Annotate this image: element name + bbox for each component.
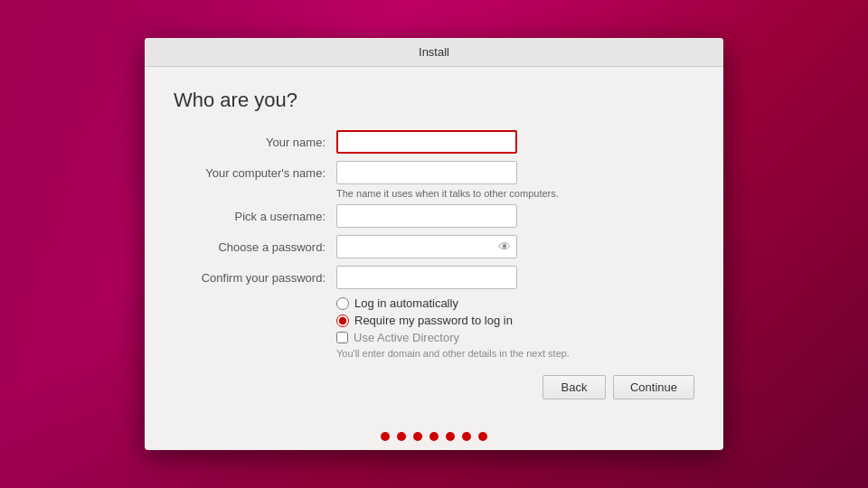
active-directory-checkbox[interactable] — [336, 332, 348, 343]
active-directory-row: Use Active Directory — [336, 331, 694, 344]
require-password-radio[interactable] — [336, 314, 349, 327]
log-in-auto-row: Log in automatically — [336, 296, 694, 310]
log-in-auto-label[interactable]: Log in automatically — [354, 296, 458, 310]
dot-3 — [413, 432, 422, 441]
dot-4 — [429, 432, 439, 441]
require-password-label[interactable]: Require my password to log in — [354, 314, 513, 327]
button-row: Back Continue — [174, 375, 694, 399]
show-password-icon[interactable]: 👁 — [497, 239, 512, 254]
dot-5 — [446, 432, 455, 441]
dot-1 — [381, 432, 390, 441]
require-password-row: Require my password to log in — [336, 314, 694, 327]
dot-2 — [397, 432, 406, 441]
computer-name-input[interactable] — [336, 161, 517, 184]
password-input[interactable] — [336, 235, 517, 258]
dot-6 — [462, 432, 471, 441]
continue-button[interactable]: Continue — [613, 375, 694, 399]
form: Your name: Your computer's name: The nam… — [174, 130, 694, 359]
computer-name-hint: The name it uses when it talks to other … — [336, 188, 694, 199]
username-input[interactable] — [336, 204, 517, 228]
your-name-input[interactable] — [336, 130, 517, 154]
username-label: Pick a username: — [174, 210, 336, 223]
your-name-row: Your name: — [174, 130, 694, 154]
computer-name-row: Your computer's name: — [174, 161, 694, 184]
window-title: Install — [419, 45, 449, 59]
dot-7 — [478, 432, 487, 441]
confirm-password-input[interactable] — [336, 266, 517, 289]
password-row: Choose a password: 👁 — [174, 235, 694, 258]
confirm-password-row: Confirm your password: — [174, 266, 694, 289]
password-wrapper: 👁 — [336, 235, 517, 258]
back-button[interactable]: Back — [542, 375, 606, 399]
confirm-password-label: Confirm your password: — [174, 271, 336, 285]
progress-dots — [145, 418, 723, 450]
computer-name-label: Your computer's name: — [174, 166, 336, 180]
password-label: Choose a password: — [174, 240, 336, 254]
username-row: Pick a username: — [174, 204, 694, 228]
content-area: Who are you? Your name: Your computer's … — [145, 67, 723, 418]
active-directory-hint: You'll enter domain and other details in… — [336, 348, 694, 359]
titlebar: Install — [145, 38, 723, 67]
log-in-auto-radio[interactable] — [336, 297, 349, 310]
install-window: Install Who are you? Your name: Your com… — [145, 38, 723, 450]
your-name-label: Your name: — [174, 136, 336, 149]
page-title: Who are you? — [174, 89, 694, 112]
active-directory-label[interactable]: Use Active Directory — [354, 331, 459, 344]
